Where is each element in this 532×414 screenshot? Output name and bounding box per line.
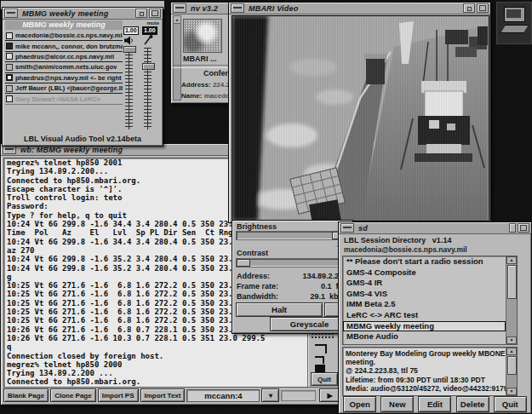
terminal-line: Connection closed by foreign host. bbox=[4, 352, 307, 360]
scroll-down-icon[interactable]: ▼ bbox=[506, 336, 517, 344]
window-menu-icon[interactable] bbox=[231, 3, 244, 13]
participant-list: macedonia@bossie.cs.nps.navy.mil mike mc… bbox=[5, 31, 123, 105]
info-label: Frame rate: bbox=[237, 282, 278, 290]
participant-row[interactable]: phaedrus@nps.navy.mil <- be right ba bbox=[5, 73, 123, 83]
description-line: meeting. bbox=[346, 358, 506, 366]
rect-tool-icon[interactable] bbox=[315, 365, 325, 372]
speaker-volume-slider[interactable] bbox=[125, 48, 133, 129]
participant-name: Gary Stewart <NASA LeRC> bbox=[15, 95, 100, 103]
participant-row[interactable]: Jeff Bauer (LBL) <jbauer@george.lbl. bbox=[5, 83, 123, 94]
workstation-icon[interactable] bbox=[496, 2, 532, 44]
description-line: Media: audio@53120/45272, video@44232:91… bbox=[346, 384, 506, 393]
wb-toolbar-button[interactable]: Import Text bbox=[140, 388, 186, 402]
speaker-slider-thumb[interactable] bbox=[123, 46, 136, 53]
terminal-line: Connected to hp850.mbari.org. bbox=[4, 377, 307, 386]
sd-app-title: LBL Session Directory v1.14 bbox=[344, 236, 451, 244]
vat-version-label: LBL Visual Audio Tool v2.14beta bbox=[3, 135, 163, 143]
participant-name: Jeff Bauer (LBL) <jbauer@george.lbl. bbox=[15, 84, 123, 92]
maximize-icon[interactable] bbox=[518, 223, 529, 233]
session-list-scrollbar[interactable]: ▲ ▼ bbox=[506, 256, 517, 344]
session-item[interactable]: MBone Audio bbox=[343, 331, 506, 342]
wb-quit-button[interactable]: Quit bbox=[311, 372, 338, 386]
scroll-up-icon[interactable]: ▲ bbox=[506, 256, 517, 264]
participant-row[interactable]: phaedrus@alcor.cc.nps.navy.mil bbox=[5, 52, 123, 62]
participant-checkbox[interactable] bbox=[6, 74, 13, 81]
maximize-icon[interactable] bbox=[149, 9, 161, 18]
dropdown-icon[interactable]: ▾ bbox=[261, 388, 279, 402]
window-menu-icon[interactable] bbox=[173, 3, 186, 13]
session-item[interactable]: GMS-4 Composite bbox=[343, 267, 506, 279]
scrollbar-thumb[interactable] bbox=[507, 356, 517, 375]
mic-gain-slider[interactable] bbox=[144, 48, 152, 129]
participant-name: macedonia@bossie.cs.nps.navy.mil bbox=[15, 32, 123, 39]
participant-checkbox[interactable] bbox=[6, 85, 13, 92]
participant-checkbox[interactable] bbox=[6, 32, 13, 39]
session-rows: ** Please don't start a radio session GM… bbox=[343, 256, 506, 344]
speaker-icon bbox=[123, 36, 134, 45]
sd-titlebar[interactable]: sd bbox=[339, 222, 531, 234]
sd-action-button[interactable]: New bbox=[380, 396, 414, 412]
participant-row[interactable]: macedonia@bossie.cs.nps.navy.mil bbox=[5, 31, 123, 41]
page-selector-field[interactable]: mccann:4 bbox=[186, 389, 260, 402]
iconify-icon[interactable] bbox=[135, 9, 147, 18]
wb-toolbar-button[interactable]: Clone Page bbox=[50, 388, 96, 402]
vat-titlebar[interactable]: MBMG weekly meeting bbox=[3, 8, 163, 20]
wb-hscroll-track[interactable] bbox=[281, 390, 316, 401]
brightness-slider[interactable] bbox=[236, 231, 349, 240]
terminal-line: 10:26 Vt 6G 271.6 -1.6 10.3 0.7 228.1 0.… bbox=[4, 334, 307, 342]
iconify-icon[interactable] bbox=[509, 223, 516, 233]
desktop: { "colors": { "window_gray": "#b9b9b9", … bbox=[0, 0, 532, 414]
name-label: Name: bbox=[181, 92, 202, 100]
participant-checkbox[interactable] bbox=[6, 95, 13, 102]
wb-toolbar-button[interactable]: Import PS bbox=[98, 388, 139, 402]
vat-audio-window: MBMG weekly meeting MBMG weekly meeting … bbox=[2, 7, 163, 147]
terminal-line: Trying 134.89.2.200 ... bbox=[4, 369, 307, 377]
contrast-thumb[interactable] bbox=[237, 259, 250, 267]
arrow-tool-icon[interactable] bbox=[315, 356, 324, 364]
participant-checkbox[interactable] bbox=[6, 43, 13, 49]
participant-row[interactable]: smith@anim/comm.nets.uiuc.gov bbox=[5, 62, 123, 72]
session-item[interactable]: MBMG weekly meeting bbox=[343, 321, 506, 332]
session-item[interactable]: IMM Beta 2.5 bbox=[343, 299, 506, 310]
line-tool-icon[interactable] bbox=[315, 344, 327, 354]
scroll-down-icon[interactable]: ▼ bbox=[506, 388, 517, 395]
session-item[interactable]: LeRC <-> ARC test bbox=[343, 310, 506, 321]
contrast-slider[interactable] bbox=[236, 258, 349, 267]
participant-checkbox[interactable] bbox=[6, 53, 13, 60]
scrollbar-thumb[interactable] bbox=[507, 265, 517, 299]
nv-scrollbar[interactable]: ▲ bbox=[173, 15, 181, 101]
scroll-up-icon[interactable]: ▲ bbox=[174, 16, 180, 24]
scroll-up-icon[interactable]: ▲ bbox=[506, 348, 517, 355]
mic-slider-thumb[interactable] bbox=[142, 63, 155, 70]
sd-action-button[interactable]: Edit bbox=[418, 396, 451, 412]
microphone-icon bbox=[144, 34, 154, 45]
session-item[interactable]: ** Please don't start a radio session bbox=[343, 256, 506, 267]
video-titlebar[interactable]: MBARI Video bbox=[229, 3, 490, 14]
session-item[interactable]: GMS-4 VIS bbox=[343, 289, 506, 300]
iconify-icon[interactable] bbox=[463, 3, 475, 13]
participant-name: mike mccann,, connor, don brutzman, t bbox=[15, 43, 123, 50]
video-thumbnail[interactable] bbox=[183, 19, 222, 53]
info-row: Address: 134.89.2.237 bbox=[237, 272, 347, 280]
terminal-line: q bbox=[4, 342, 307, 351]
window-menu-icon[interactable] bbox=[340, 223, 354, 233]
keyboard-icon bbox=[500, 25, 529, 33]
participant-row[interactable]: Gary Stewart <NASA LeRC> bbox=[5, 94, 123, 104]
sd-action-button[interactable]: Quit bbox=[494, 396, 527, 412]
halt-button[interactable]: Halt bbox=[236, 302, 323, 317]
video-frame[interactable] bbox=[232, 15, 489, 221]
participant-row[interactable]: mike mccann,, connor, don brutzman, t bbox=[5, 41, 123, 51]
description-scrollbar[interactable]: ▲ ▼ bbox=[506, 348, 517, 395]
session-item[interactable]: GMS-4 IR bbox=[343, 278, 506, 289]
speaker-gain-value: 1.00 bbox=[123, 26, 139, 35]
wb-toolbar-button[interactable]: Blank Page bbox=[3, 388, 49, 402]
maximize-icon[interactable] bbox=[477, 3, 489, 13]
contrast-label: Contrast bbox=[237, 249, 268, 257]
participant-checkbox[interactable] bbox=[6, 64, 13, 71]
sd-action-button[interactable]: Delete bbox=[456, 396, 489, 412]
sd-action-button[interactable]: Open bbox=[343, 396, 376, 412]
terminal-line: megrez% telnet hp850 2000 bbox=[4, 360, 307, 369]
window-menu-icon[interactable] bbox=[4, 9, 18, 18]
participant-name: smith@anim/comm.nets.uiuc.gov bbox=[15, 63, 117, 71]
mute-label: mute bbox=[147, 20, 159, 26]
